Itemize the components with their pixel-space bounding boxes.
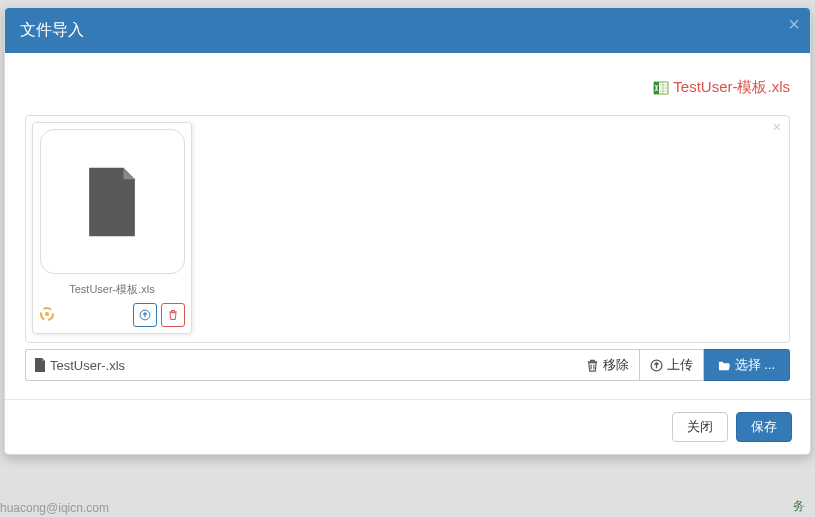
filename-display: TestUser-.xls xyxy=(25,349,576,381)
close-icon[interactable]: × xyxy=(788,14,800,34)
select-button-label: 选择 ... xyxy=(735,356,775,374)
modal-body: TestUser-模板.xls × TestUser-模板.xls xyxy=(5,53,810,399)
svg-point-7 xyxy=(45,312,49,316)
folder-open-icon xyxy=(718,359,731,372)
tile-upload-button[interactable] xyxy=(133,303,157,327)
modal-header: 文件导入 × xyxy=(5,8,810,53)
file-import-modal: 文件导入 × TestUser-模板.xls × xyxy=(4,7,811,455)
processing-icon xyxy=(39,306,55,325)
tile-actions xyxy=(133,303,185,327)
file-tile: TestUser-模板.xls xyxy=(32,122,192,334)
file-name-label: TestUser-模板.xls xyxy=(69,282,155,297)
select-file-button[interactable]: 选择 ... xyxy=(704,349,790,381)
template-download-row: TestUser-模板.xls xyxy=(25,68,790,115)
modal-footer: 关闭 保存 xyxy=(5,399,810,454)
file-dropzone[interactable]: × TestUser-模板.xls xyxy=(25,115,790,343)
save-button[interactable]: 保存 xyxy=(736,412,792,442)
upload-button[interactable]: 上传 xyxy=(640,349,704,381)
filename-text: TestUser-.xls xyxy=(50,358,125,373)
modal-title: 文件导入 xyxy=(20,20,84,41)
upload-button-label: 上传 xyxy=(667,356,693,374)
background-text-right: 务 xyxy=(793,498,805,515)
control-button-group: 移除 上传 选择 ... xyxy=(576,349,790,381)
file-icon xyxy=(34,358,46,372)
excel-icon xyxy=(653,80,669,96)
trash-icon xyxy=(586,359,599,372)
close-button[interactable]: 关闭 xyxy=(672,412,728,442)
remove-button-label: 移除 xyxy=(603,356,629,374)
background-text: huacong@iqicn.com xyxy=(0,501,109,515)
tile-delete-button[interactable] xyxy=(161,303,185,327)
remove-button[interactable]: 移除 xyxy=(576,349,640,381)
template-download-link[interactable]: TestUser-模板.xls xyxy=(673,78,790,97)
tile-footer xyxy=(39,303,185,327)
controls-row: TestUser-.xls 移除 上传 选择 ... xyxy=(25,349,790,381)
clear-dropzone-icon[interactable]: × xyxy=(773,120,781,134)
upload-icon xyxy=(650,359,663,372)
file-thumbnail xyxy=(40,129,185,274)
